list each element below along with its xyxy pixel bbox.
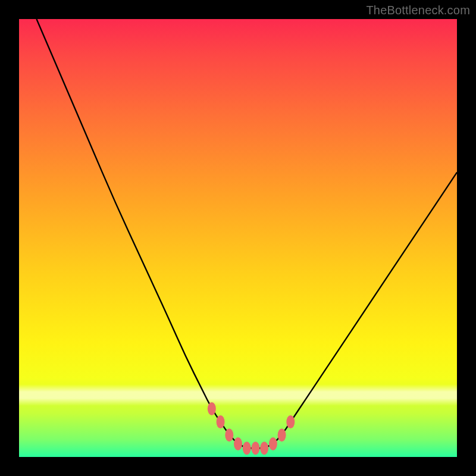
marker-dot: [251, 441, 259, 455]
plot-area: [19, 19, 457, 457]
marker-dot: [286, 415, 295, 428]
watermark-text: TheBottleneck.com: [366, 4, 470, 17]
marker-dot: [269, 437, 277, 450]
marker-dots: [208, 402, 295, 455]
marker-dot: [260, 441, 268, 455]
marker-dot: [278, 428, 286, 441]
marker-dot: [243, 441, 251, 455]
marker-dot: [234, 437, 242, 450]
marker-dot: [208, 402, 216, 415]
marker-dot: [217, 415, 225, 428]
curve-path: [36, 19, 457, 448]
bottleneck-curve: [36, 19, 457, 448]
chart-frame: TheBottleneck.com: [0, 0, 476, 476]
marker-dot: [225, 428, 233, 441]
curve-layer: [19, 19, 457, 457]
